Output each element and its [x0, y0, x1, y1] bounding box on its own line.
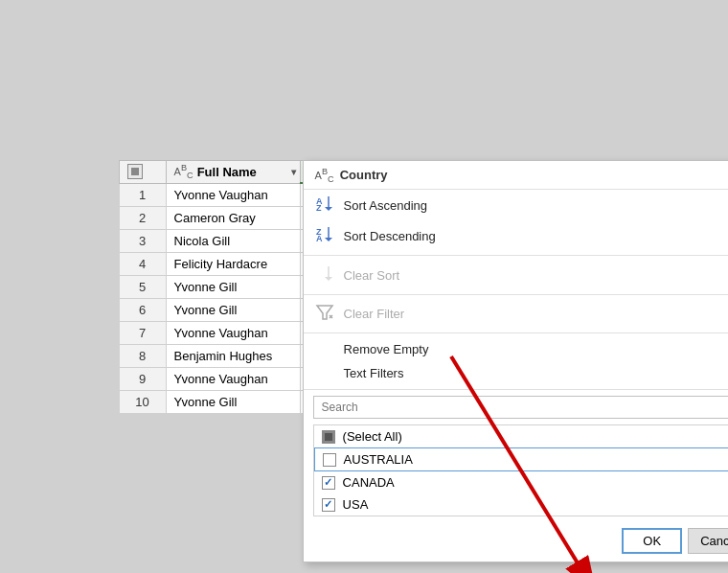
dialog-buttons: OK Cancel — [304, 520, 728, 562]
checkbox-item-australia[interactable]: AUSTRALIA — [314, 447, 728, 471]
svg-marker-3 — [325, 207, 332, 211]
row-index-3: 3 — [119, 229, 166, 252]
full-name-dropdown-arrow[interactable]: ▾ — [291, 167, 296, 177]
svg-text:A: A — [316, 234, 323, 242]
header-full-name-label: Full Name — [197, 165, 257, 179]
cell-name-2: Cameron Gray — [166, 206, 300, 229]
header-full-name[interactable]: ABC Full Name ▾ — [166, 160, 300, 183]
remove-empty-label: Remove Empty — [344, 342, 429, 356]
text-filters-label: Text Filters — [344, 366, 404, 380]
usa-checkbox[interactable] — [322, 498, 335, 512]
svg-text:Z: Z — [316, 203, 322, 212]
sort-asc-icon: A Z — [315, 195, 334, 216]
clear-sort-icon — [315, 264, 334, 286]
cell-name-9: Yvonne Vaughan — [166, 367, 300, 390]
clear-filter-icon — [315, 304, 334, 324]
cancel-button[interactable]: Cancel — [688, 528, 728, 554]
separator-2 — [304, 294, 728, 295]
cell-name-7: Yvonne Vaughan — [166, 321, 300, 344]
remove-empty-item[interactable]: Remove Empty — [304, 337, 728, 361]
search-input[interactable] — [313, 396, 728, 419]
row-index-8: 8 — [119, 344, 166, 367]
text-filters-item[interactable]: Text Filters ▶ — [304, 361, 728, 385]
select-all-label: (Select All) — [343, 429, 402, 444]
australia-checkbox[interactable] — [323, 453, 336, 467]
sort-descending-item[interactable]: Z A Sort Descending — [304, 220, 728, 251]
clear-filter-item[interactable]: Clear Filter — [304, 299, 728, 329]
clear-sort-item[interactable]: Clear Sort — [304, 260, 728, 290]
sort-ascending-label: Sort Ascending — [344, 198, 427, 213]
sort-descending-label: Sort Descending — [344, 229, 436, 243]
row-index-10: 10 — [119, 390, 166, 413]
australia-label: AUSTRALIA — [344, 452, 413, 467]
usa-label: USA — [343, 497, 369, 512]
row-index-9: 9 — [119, 367, 166, 390]
dropdown-header: ABC Country — [304, 161, 728, 191]
corner-cell — [119, 160, 166, 183]
row-index-4: 4 — [119, 252, 166, 275]
row-index-2: 2 — [119, 206, 166, 229]
canada-label: CANADA — [343, 475, 395, 490]
filter-dropdown: ABC Country A Z Sort Ascending Z A — [303, 160, 728, 563]
cell-name-5: Yvonne Gill — [166, 275, 300, 298]
ok-button[interactable]: OK — [622, 528, 682, 554]
cell-name-10: Yvonne Gill — [166, 390, 300, 413]
sort-desc-icon: Z A — [315, 225, 334, 246]
checkbox-list: (Select All) AUSTRALIA CANADA USA — [313, 424, 728, 516]
checkbox-item-usa[interactable]: USA — [314, 493, 728, 516]
separator-3 — [304, 332, 728, 333]
separator-1 — [304, 255, 728, 256]
svg-marker-7 — [325, 238, 332, 241]
cell-name-4: Felicity Hardacre — [166, 252, 300, 275]
clear-filter-label: Clear Filter — [344, 307, 405, 321]
cell-name-1: Yvonne Vaughan — [166, 183, 300, 206]
spreadsheet-container: ABC Full Name ▾ ABC Country ▾ 123 Age — [119, 160, 610, 414]
cell-name-3: Nicola Gill — [166, 229, 300, 252]
checkbox-item-canada[interactable]: CANADA — [314, 471, 728, 493]
cell-name-8: Benjamin Hughes — [166, 344, 300, 367]
sort-ascending-item[interactable]: A Z Sort Ascending — [304, 190, 728, 220]
canada-checkbox[interactable] — [322, 476, 335, 490]
row-index-1: 1 — [119, 183, 166, 206]
dropdown-header-label: Country — [340, 168, 388, 182]
search-box — [313, 396, 728, 419]
clear-sort-label: Clear Sort — [344, 268, 400, 283]
row-index-6: 6 — [119, 298, 166, 321]
row-index-5: 5 — [119, 275, 166, 298]
select-all-item[interactable]: (Select All) — [314, 425, 728, 447]
cell-name-6: Yvonne Gill — [166, 298, 300, 321]
select-all-checkbox[interactable] — [322, 430, 335, 444]
svg-marker-9 — [325, 277, 332, 281]
separator-4 — [304, 389, 728, 390]
row-index-7: 7 — [119, 321, 166, 344]
dropdown-header-type-icon: ABC — [315, 167, 334, 184]
header-full-name-type: ABC — [174, 163, 193, 180]
